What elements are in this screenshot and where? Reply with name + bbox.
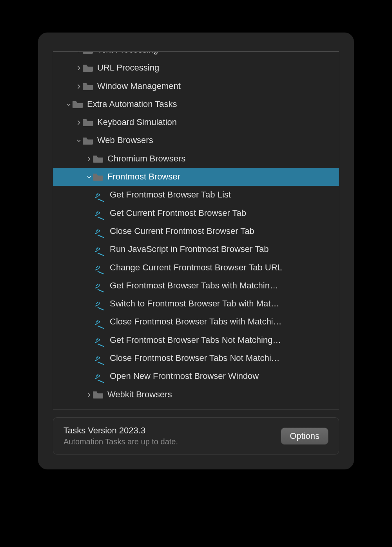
- svg-line-28: [98, 290, 103, 292]
- magic-wand-icon: [95, 263, 106, 272]
- tasks-tree[interactable]: Text Processing URL Processing Window Ma…: [53, 51, 339, 404]
- svg-line-48: [98, 380, 103, 382]
- folder-icon: [93, 391, 103, 398]
- magic-wand-icon: [95, 281, 106, 290]
- chevron-right-icon: [75, 51, 82, 59]
- svg-rect-2: [83, 83, 87, 85]
- svg-line-10: [96, 197, 97, 197]
- tasks-version-title: Tasks Version 2023.3: [64, 426, 178, 436]
- svg-line-27: [99, 267, 100, 268]
- svg-line-24: [98, 272, 103, 274]
- svg-line-22: [96, 251, 97, 252]
- magic-wand-icon: [95, 190, 106, 200]
- tree-action-item[interactable]: Close Current Frontmost Browser Tab: [53, 222, 339, 240]
- svg-rect-4: [83, 119, 87, 121]
- magic-wand-icon: [95, 371, 106, 381]
- magic-wand-icon: [95, 208, 106, 218]
- folder-icon: [82, 64, 93, 72]
- svg-line-19: [99, 230, 100, 232]
- tree-label: Close Frontmost Browser Tabs with Matchi…: [110, 313, 339, 331]
- svg-line-16: [98, 235, 103, 237]
- tree-action-item[interactable]: Close Frontmost Browser Tabs with Matchi…: [53, 313, 339, 331]
- svg-line-47: [99, 357, 100, 359]
- svg-line-15: [99, 212, 100, 214]
- svg-line-40: [98, 344, 103, 346]
- svg-line-17: [96, 230, 98, 231]
- svg-rect-5: [83, 138, 87, 139]
- tree-label: Extra Automation Tasks: [87, 95, 339, 113]
- svg-line-41: [96, 339, 98, 340]
- svg-line-36: [98, 326, 103, 328]
- tree-label: Change Current Frontmost Browser Tab URL: [110, 259, 339, 277]
- options-button[interactable]: Options: [281, 427, 328, 445]
- svg-rect-6: [93, 156, 97, 158]
- folder-icon: [72, 100, 83, 108]
- tasks-version-subtitle: Automation Tasks are up to date.: [64, 437, 178, 446]
- tree-label: Run JavaScript in Frontmost Browser Tab: [110, 240, 339, 258]
- svg-line-49: [96, 375, 98, 376]
- svg-line-31: [99, 285, 100, 286]
- svg-line-45: [96, 357, 98, 358]
- tree-item-frontmost-browser[interactable]: Frontmost Browser: [53, 168, 339, 186]
- tree-item-text-processing[interactable]: Text Processing: [53, 51, 339, 59]
- tree-label: Frontmost Browser: [107, 168, 339, 186]
- svg-line-12: [98, 217, 103, 219]
- tree-label: Close Frontmost Browser Tabs Not Matchi…: [110, 349, 339, 367]
- tree-label: Chromium Browsers: [107, 150, 339, 168]
- folder-icon: [82, 137, 93, 145]
- preferences-window: Text Processing URL Processing Window Ma…: [38, 33, 354, 469]
- footer-text: Tasks Version 2023.3 Automation Tasks ar…: [64, 426, 178, 446]
- tree-label: URL Processing: [97, 59, 339, 77]
- tree-label: Get Frontmost Browser Tabs with Matchin…: [110, 277, 339, 295]
- svg-line-9: [96, 194, 98, 195]
- svg-line-30: [96, 287, 97, 288]
- svg-line-18: [96, 233, 97, 234]
- folder-icon: [82, 51, 93, 54]
- svg-line-29: [96, 284, 98, 286]
- tree-item-web-browsers[interactable]: Web Browsers: [53, 131, 339, 149]
- svg-line-51: [99, 375, 100, 377]
- svg-line-44: [98, 362, 103, 364]
- tree-label: Web Browsers: [97, 131, 339, 149]
- svg-rect-52: [93, 391, 97, 393]
- svg-rect-3: [73, 101, 76, 103]
- chevron-down-icon: [65, 95, 72, 113]
- svg-line-34: [96, 305, 97, 306]
- tree-action-item[interactable]: Run JavaScript in Frontmost Browser Tab: [53, 240, 339, 258]
- tree-label: Keyboard Simulation: [97, 113, 339, 131]
- magic-wand-icon: [95, 335, 106, 345]
- tree-item-webkit-browsers[interactable]: Webkit Browsers: [53, 386, 339, 404]
- tree-label: Close Current Frontmost Browser Tab: [110, 222, 339, 240]
- tree-action-item[interactable]: Close Frontmost Browser Tabs Not Matchi…: [53, 349, 339, 367]
- tree-item-url-processing[interactable]: URL Processing: [53, 59, 339, 77]
- folder-icon: [82, 82, 93, 90]
- tree-label: Get Frontmost Browser Tab List: [110, 186, 339, 204]
- tree-action-item[interactable]: Open New Frontmost Browser Window: [53, 367, 339, 385]
- svg-line-35: [99, 303, 100, 304]
- tree-label: Get Frontmost Browser Tabs Not Matching…: [110, 331, 339, 349]
- tasks-tree-container: Text Processing URL Processing Window Ma…: [53, 51, 339, 409]
- tree-action-item[interactable]: Get Frontmost Browser Tab List: [53, 186, 339, 204]
- tree-action-item[interactable]: Get Frontmost Browser Tabs Not Matching…: [53, 331, 339, 349]
- svg-line-13: [96, 212, 98, 213]
- tree-label: Open New Frontmost Browser Window: [110, 367, 339, 385]
- tree-label: Switch to Frontmost Browser Tab with Mat…: [110, 295, 339, 313]
- tree-item-chromium-browsers[interactable]: Chromium Browsers: [53, 150, 339, 168]
- svg-line-25: [96, 266, 98, 268]
- tree-item-extra-automation[interactable]: Extra Automation Tasks: [53, 95, 339, 113]
- tree-action-item[interactable]: Get Current Frontmost Browser Tab: [53, 204, 339, 222]
- tree-item-window-management[interactable]: Window Management: [53, 77, 339, 95]
- svg-line-20: [98, 253, 103, 255]
- tree-item-keyboard-simulation[interactable]: Keyboard Simulation: [53, 113, 339, 131]
- svg-line-8: [98, 199, 103, 201]
- tree-action-item[interactable]: Switch to Frontmost Browser Tab with Mat…: [53, 295, 339, 313]
- svg-line-42: [96, 342, 97, 342]
- svg-line-37: [96, 321, 98, 322]
- folder-icon: [82, 118, 93, 126]
- tree-action-item[interactable]: Change Current Frontmost Browser Tab URL: [53, 259, 339, 277]
- folder-icon: [93, 173, 103, 181]
- svg-line-46: [96, 360, 97, 360]
- tree-action-item[interactable]: Get Frontmost Browser Tabs with Matchin…: [53, 277, 339, 295]
- svg-line-32: [98, 308, 103, 310]
- svg-line-43: [99, 339, 100, 341]
